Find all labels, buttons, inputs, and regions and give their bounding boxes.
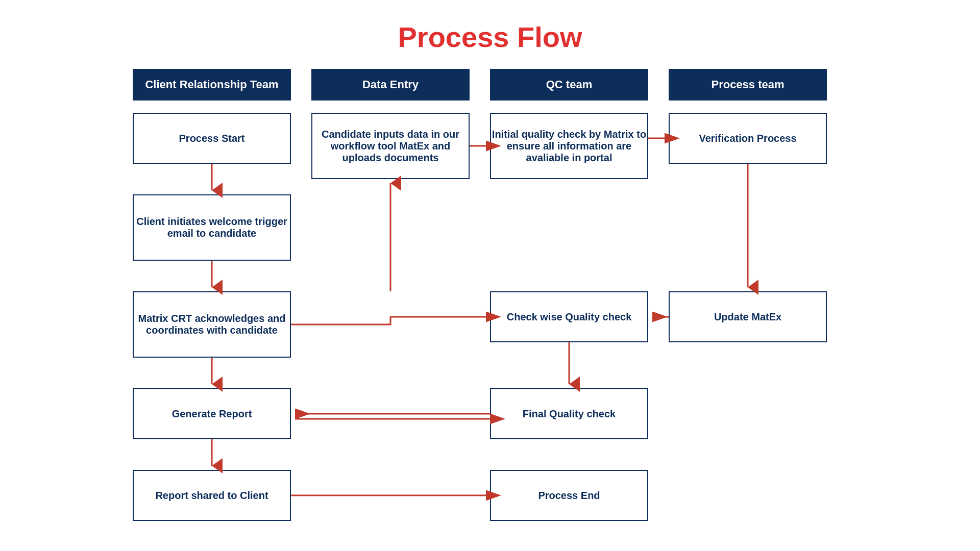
update-matex-box: Update MatEx xyxy=(669,291,827,342)
col-header-process: Process team xyxy=(669,69,827,101)
report-shared-box: Report shared to Client xyxy=(133,470,291,521)
welcome-email-box: Client initiates welcome trigger email t… xyxy=(133,194,291,261)
initial-qc-box: Initial quality check by Matrix to ensur… xyxy=(490,113,648,179)
col-header-qc: QC team xyxy=(490,69,648,101)
final-qc-box: Final Quality check xyxy=(490,388,648,439)
generate-report-box: Generate Report xyxy=(133,388,291,439)
checkwise-qc-box: Check wise Quality check xyxy=(490,291,648,342)
process-end-box: Process End xyxy=(490,470,648,521)
verification-box: Verification Process xyxy=(669,113,827,164)
col-header-crt: Client Relationship Team xyxy=(133,69,291,101)
candidate-inputs-box: Candidate inputs data in our workflow to… xyxy=(311,113,470,179)
process-start-box: Process Start xyxy=(133,113,291,164)
matrix-crt-box: Matrix CRT acknowledges and coordinates … xyxy=(133,291,291,358)
col-header-data-entry: Data Entry xyxy=(311,69,470,101)
page-title: Process Flow xyxy=(0,0,980,69)
